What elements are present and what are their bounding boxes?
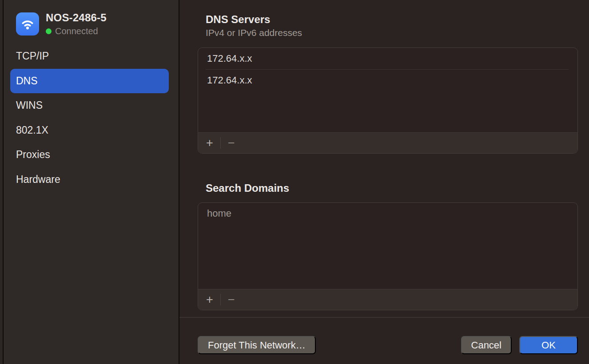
ok-button[interactable]: OK: [519, 336, 578, 354]
dns-server-entry[interactable]: 172.64.x.x: [198, 70, 577, 91]
search-domains-title: Search Domains: [206, 182, 289, 194]
sidebar: NOS-2486-5 Connected TCP/IP DNS WINS 802…: [4, 0, 179, 364]
sidebar-item-dns[interactable]: DNS: [10, 69, 169, 94]
toolbar-divider: [220, 294, 221, 305]
window-edge: [0, 0, 4, 364]
toolbar-divider: [220, 137, 221, 149]
dns-servers-list: 172.64.x.x 172.64.x.x + −: [198, 47, 578, 154]
footer-divider: [179, 317, 589, 318]
dns-servers-title: DNS Servers: [206, 13, 270, 26]
main-pane: DNS Servers IPv4 or IPv6 addresses 172.6…: [179, 0, 589, 364]
footer-actions: Cancel OK: [461, 336, 578, 354]
sidebar-item-hardware[interactable]: Hardware: [10, 167, 169, 192]
minus-icon: −: [228, 294, 235, 306]
plus-icon: +: [206, 137, 213, 149]
sidebar-item-tcpip[interactable]: TCP/IP: [10, 44, 169, 69]
sidebar-item-proxies[interactable]: Proxies: [10, 142, 169, 167]
remove-search-domain-button[interactable]: −: [223, 289, 239, 310]
add-dns-server-button[interactable]: +: [202, 133, 218, 153]
dns-servers-subtitle: IPv4 or IPv6 addresses: [206, 28, 302, 38]
remove-dns-server-button[interactable]: −: [223, 133, 239, 153]
sidebar-item-wins[interactable]: WINS: [10, 93, 169, 118]
network-status: Connected: [46, 26, 107, 36]
network-name: NOS-2486-5: [46, 12, 107, 24]
search-domain-entry[interactable]: home: [198, 203, 577, 224]
dns-server-entry[interactable]: 172.64.x.x: [198, 48, 577, 69]
sidebar-nav: TCP/IP DNS WINS 802.1X Proxies Hardware: [4, 44, 179, 192]
minus-icon: −: [228, 137, 235, 149]
status-dot-icon: [46, 28, 52, 34]
search-domains-toolbar: + −: [198, 289, 577, 310]
cancel-button[interactable]: Cancel: [461, 336, 512, 354]
sidebar-item-8021x[interactable]: 802.1X: [10, 118, 169, 143]
plus-icon: +: [206, 294, 213, 306]
forget-network-button[interactable]: Forget This Network…: [198, 336, 316, 354]
status-label: Connected: [55, 26, 98, 36]
dns-servers-toolbar: + −: [198, 132, 577, 153]
network-header: NOS-2486-5 Connected: [16, 12, 107, 36]
add-search-domain-button[interactable]: +: [202, 289, 218, 310]
network-meta: NOS-2486-5 Connected: [46, 12, 107, 36]
search-domains-list: home + −: [198, 202, 578, 310]
wifi-icon: [16, 12, 39, 36]
